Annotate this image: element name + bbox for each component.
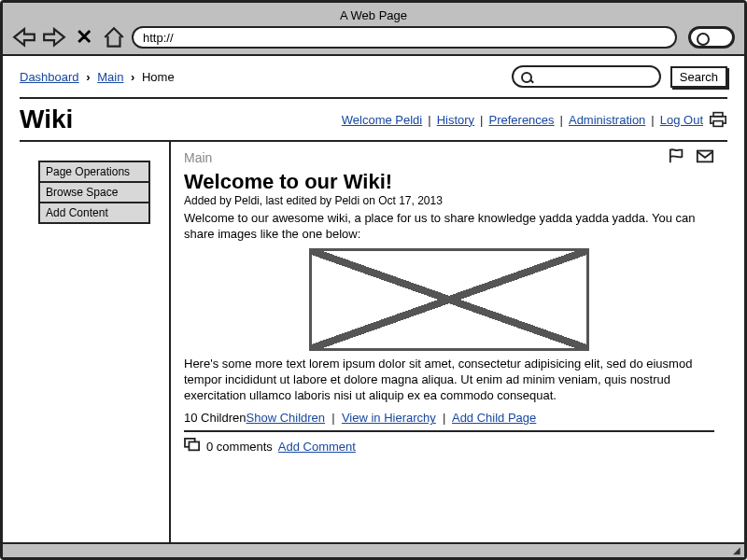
welcome-link[interactable]: Welcome Peldi — [342, 113, 422, 127]
print-icon[interactable] — [709, 111, 727, 128]
breadcrumb-dashboard[interactable]: Dashboard — [20, 70, 79, 84]
svg-rect-2 — [713, 121, 723, 127]
url-bar[interactable]: http:// — [132, 26, 677, 49]
logout-link[interactable]: Log Out — [660, 113, 703, 127]
administration-link[interactable]: Administration — [569, 113, 645, 127]
preferences-link[interactable]: Preferences — [488, 113, 554, 127]
mail-icon[interactable] — [696, 147, 714, 168]
url-text: http:// — [143, 31, 174, 45]
page-operations-button[interactable]: Page Operations — [38, 161, 150, 183]
children-count: 10 Children — [184, 411, 247, 425]
resize-grip-icon[interactable]: ◢ — [733, 545, 740, 555]
children-row: 10 ChildrenShow Children | View in Hiera… — [184, 411, 714, 425]
sidebar: Page Operations Browse Space Add Content — [20, 142, 169, 542]
browser-search-oval[interactable] — [688, 26, 735, 49]
back-button[interactable] — [12, 27, 36, 48]
divider — [20, 97, 727, 99]
forward-button[interactable] — [42, 27, 66, 48]
browse-space-button[interactable]: Browse Space — [38, 181, 150, 203]
page-content: Dashboard › Main › Home Search Wiki Welc… — [3, 56, 744, 542]
search-button[interactable]: Search — [670, 66, 727, 88]
add-comment-link[interactable]: Add Comment — [278, 440, 356, 454]
flag-icon[interactable] — [668, 147, 686, 168]
home-button[interactable] — [102, 27, 126, 48]
browser-title: A Web Page — [12, 8, 735, 22]
view-hierarchy-link[interactable]: View in Hierarchy — [342, 411, 436, 425]
site-title: Wiki — [20, 105, 73, 134]
comments-count: 0 comments — [206, 440, 273, 454]
page-title: Welcome to our Wiki! — [184, 170, 714, 194]
comment-icon — [184, 438, 201, 455]
breadcrumb: Dashboard › Main › Home — [20, 70, 175, 84]
browser-window: A Web Page ✕ http:// Dashboard › Main › … — [0, 0, 747, 560]
show-children-link[interactable]: Show Children — [247, 411, 326, 425]
space-name: Main — [184, 150, 212, 165]
image-placeholder — [309, 248, 589, 351]
search-input[interactable] — [512, 65, 661, 88]
page-byline: Added by Peldi, last edited by Peldi on … — [184, 194, 714, 207]
add-content-button[interactable]: Add Content — [38, 202, 150, 224]
browser-chrome: A Web Page ✕ http:// — [3, 3, 744, 56]
divider — [184, 430, 714, 432]
status-bar: ◢ — [3, 542, 744, 557]
chevron-right-icon: › — [131, 70, 134, 84]
more-text: Here's some more text lorem ipsum dolor … — [184, 357, 714, 404]
header-links: Welcome Peldi | History | Preferences | … — [342, 111, 727, 128]
add-child-page-link[interactable]: Add Child Page — [452, 411, 536, 425]
breadcrumb-main[interactable]: Main — [97, 70, 123, 84]
chevron-right-icon: › — [86, 70, 90, 84]
breadcrumb-current: Home — [142, 70, 175, 84]
stop-button[interactable]: ✕ — [72, 27, 96, 48]
svg-rect-5 — [189, 442, 199, 451]
intro-text: Welcome to our awesome wiki, a place for… — [184, 211, 714, 243]
page-panel: Main Welcome to our Wiki! Added by Peldi… — [169, 142, 727, 542]
history-link[interactable]: History — [437, 113, 474, 127]
